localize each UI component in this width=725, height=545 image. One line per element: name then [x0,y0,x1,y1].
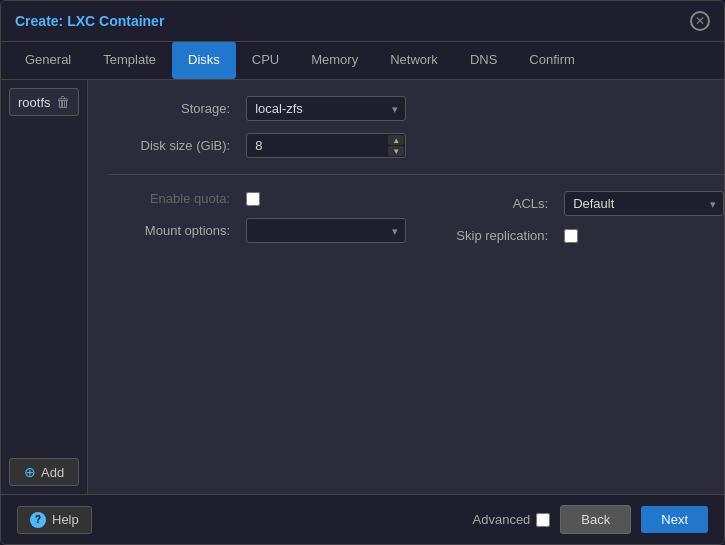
rootfs-label: rootfs [18,95,51,110]
tab-bar: General Template Disks CPU Memory Networ… [1,42,724,80]
storage-row: Storage: local-zfs [108,96,724,121]
main-content: rootfs 🗑 ⊕ Add Storage: local-zfs [1,80,724,494]
dialog-title: Create: LXC Container [15,13,164,29]
tab-cpu[interactable]: CPU [236,42,295,79]
acls-select[interactable]: Default [564,191,724,216]
advanced-checkbox[interactable] [536,513,550,527]
right-panel: Storage: local-zfs Disk size (GiB): ▲ ▼ [88,80,724,494]
mount-options-select-wrapper [246,218,406,243]
help-icon: ? [30,512,46,528]
left-col: Enable quota: Mount options: [108,191,406,243]
acls-row: ACLs: Default [426,191,724,216]
mount-options-row: Mount options: [108,218,406,243]
storage-label: Storage: [108,101,238,116]
help-button[interactable]: ? Help [17,506,92,534]
storage-select-wrapper: local-zfs [246,96,406,121]
disk-size-down-button[interactable]: ▼ [388,146,404,156]
mount-options-select[interactable] [246,218,406,243]
enable-quota-checkbox[interactable] [246,192,260,206]
storage-select[interactable]: local-zfs [246,96,406,121]
disk-size-wrapper: ▲ ▼ [246,133,406,158]
tab-disks[interactable]: Disks [172,42,236,79]
skip-replication-row: Skip replication: [426,228,724,243]
next-button[interactable]: Next [641,506,708,533]
disk-size-spinners: ▲ ▼ [388,133,404,158]
disk-size-label: Disk size (GiB): [108,138,238,153]
disk-size-up-button[interactable]: ▲ [388,135,404,145]
tab-general[interactable]: General [9,42,87,79]
skip-replication-checkbox[interactable] [564,229,578,243]
disk-size-input[interactable] [246,133,406,158]
close-button[interactable]: ✕ [690,11,710,31]
delete-disk-icon[interactable]: 🗑 [56,94,70,110]
add-label: Add [41,465,64,480]
skip-replication-checkbox-wrapper [564,229,578,243]
bottom-bar: ? Help Advanced Back Next [1,494,724,544]
tab-network[interactable]: Network [374,42,454,79]
title-bar: Create: LXC Container ✕ [1,1,724,42]
plus-icon: ⊕ [24,464,36,480]
enable-quota-row: Enable quota: [108,191,406,206]
form-divider [108,174,724,175]
tab-confirm[interactable]: Confirm [513,42,591,79]
back-button[interactable]: Back [560,505,631,534]
advanced-row: Advanced [473,512,551,527]
disk-size-row: Disk size (GiB): ▲ ▼ [108,133,724,158]
create-lxc-dialog: Create: LXC Container ✕ General Template… [0,0,725,545]
skip-replication-label: Skip replication: [426,228,556,243]
add-disk-button[interactable]: ⊕ Add [9,458,79,486]
mount-options-label: Mount options: [108,223,238,238]
advanced-label: Advanced [473,512,531,527]
left-panel: rootfs 🗑 ⊕ Add [1,80,88,494]
tab-dns[interactable]: DNS [454,42,513,79]
help-label: Help [52,512,79,527]
acls-select-wrapper: Default [564,191,724,216]
rootfs-disk-item[interactable]: rootfs 🗑 [9,88,79,116]
tab-template[interactable]: Template [87,42,172,79]
acls-label: ACLs: [426,196,556,211]
enable-quota-checkbox-wrapper [246,192,260,206]
tab-memory[interactable]: Memory [295,42,374,79]
bottom-left: ? Help [17,506,92,534]
enable-quota-label: Enable quota: [108,191,238,206]
two-col-section: Enable quota: Mount options: [108,191,724,243]
right-col: ACLs: Default Skip replication: [426,191,724,243]
bottom-right: Advanced Back Next [473,505,708,534]
